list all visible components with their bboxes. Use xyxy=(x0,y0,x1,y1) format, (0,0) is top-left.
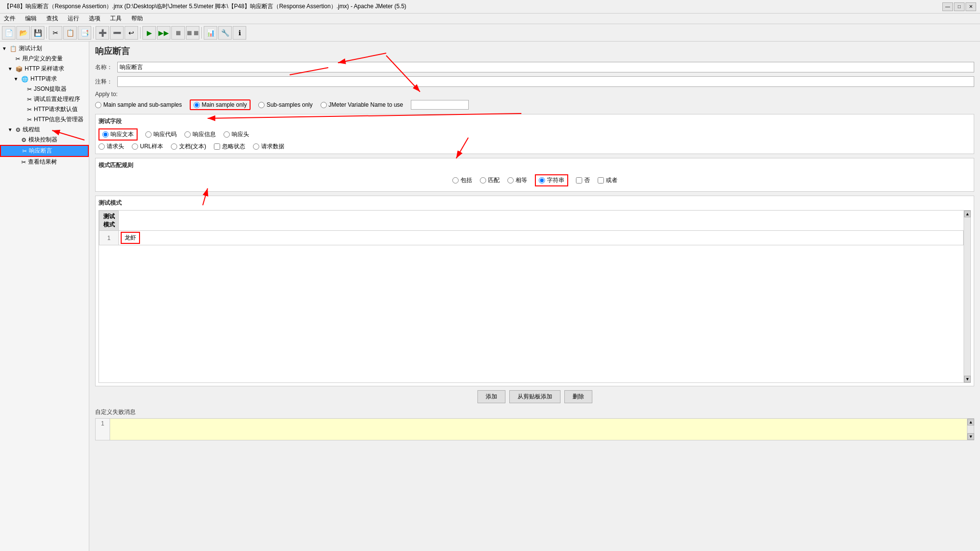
delete-button[interactable]: 删除 xyxy=(564,390,592,403)
scroll-down-btn[interactable]: ▼ xyxy=(964,376,971,382)
rule-or[interactable]: 或者 xyxy=(598,176,617,184)
toolbar-stop[interactable]: ⏹ xyxy=(171,26,185,40)
expand-http-request[interactable]: ▼ xyxy=(14,76,19,82)
jmeter-var-input[interactable] xyxy=(411,100,469,110)
rule-not[interactable]: 否 xyxy=(576,176,590,184)
apply-sub-only[interactable]: Sub-samples only xyxy=(258,101,312,108)
radio-resp-header[interactable] xyxy=(224,131,230,138)
expand-http-sample[interactable]: ▼ xyxy=(8,66,14,71)
radio-req-header[interactable] xyxy=(98,143,105,150)
radio-main-only[interactable] xyxy=(194,102,200,108)
thread-group-icon: ⚙ xyxy=(15,127,21,133)
tree-item-http-headers[interactable]: ✂ HTTP信息头管理器 xyxy=(0,114,89,125)
close-button[interactable]: ✕ xyxy=(966,2,976,11)
menu-file[interactable]: 文件 xyxy=(2,14,17,24)
custom-fail-scroll-up[interactable]: ▲ xyxy=(967,419,974,425)
toolbar-run[interactable]: ▶ xyxy=(142,26,156,40)
rule-contains[interactable]: 包括 xyxy=(452,176,472,184)
contains-label: 包括 xyxy=(461,176,472,184)
radio-resp-code[interactable] xyxy=(145,131,152,138)
cb-or[interactable] xyxy=(598,177,604,184)
toolbar-open[interactable]: 📂 xyxy=(16,26,30,40)
toolbar-new[interactable]: 📄 xyxy=(2,26,15,40)
tree-item-post-processor[interactable]: ✂ 调试后置处理程序 xyxy=(0,94,89,104)
http-request-icon: 🌐 xyxy=(21,76,28,83)
tree-item-response-assert[interactable]: ✂ 响应断言 xyxy=(0,145,89,157)
field-resp-header[interactable]: 响应头 xyxy=(224,128,249,141)
json-extractor-icon: ✂ xyxy=(27,86,32,93)
menu-help[interactable]: 帮助 xyxy=(129,14,145,24)
tree-item-thread-group[interactable]: ▼ ⚙ 线程组 xyxy=(0,125,89,135)
menu-edit[interactable]: 编辑 xyxy=(23,14,39,24)
radio-resp-text[interactable] xyxy=(102,131,109,138)
custom-fail-input[interactable] xyxy=(110,419,967,440)
toolbar-chart[interactable]: 📊 xyxy=(204,26,217,40)
field-ignore-status[interactable]: 忽略状态 xyxy=(214,142,245,151)
toolbar-stop-all[interactable]: ⏹⏹ xyxy=(186,26,199,40)
tree-item-test-plan[interactable]: ▼ 📋 测试计划 xyxy=(0,43,89,54)
menu-tools[interactable]: 工具 xyxy=(108,14,124,24)
toolbar-run-thread[interactable]: ▶▶ xyxy=(157,26,170,40)
tree-item-http-sample[interactable]: ▼ 📦 HTTP 采样请求 xyxy=(0,64,89,74)
expand-thread[interactable]: ▼ xyxy=(8,127,14,132)
toolbar-undo[interactable]: ↩ xyxy=(125,26,138,40)
radio-req-data[interactable] xyxy=(253,143,259,150)
test-field-title: 测试字段 xyxy=(98,117,971,126)
radio-doc-text[interactable] xyxy=(171,143,177,150)
toolbar-save[interactable]: 💾 xyxy=(31,26,44,40)
radio-url-sample[interactable] xyxy=(132,143,138,150)
rule-equals[interactable]: 相等 xyxy=(507,176,527,184)
radio-main-and-sub[interactable] xyxy=(95,102,101,108)
menu-search[interactable]: 查找 xyxy=(44,14,60,24)
resp-msg-label: 响应信息 xyxy=(193,130,216,139)
radio-resp-msg[interactable] xyxy=(184,131,191,138)
tree-item-user-vars[interactable]: ✂ 用户定义的变量 xyxy=(0,54,89,64)
name-input[interactable] xyxy=(117,62,974,72)
tree-item-json-extractor[interactable]: ✂ JSON提取器 xyxy=(0,84,89,94)
radio-contains[interactable] xyxy=(452,177,459,184)
toolbar-cut[interactable]: ✂ xyxy=(49,26,62,40)
toolbar-jmeter-props[interactable]: 🔧 xyxy=(218,26,232,40)
field-doc-text[interactable]: 文档(文本) xyxy=(171,142,206,151)
tree-label-json-extractor: JSON提取器 xyxy=(34,85,67,93)
tree-item-module-ctrl[interactable]: ⚙ 模块控制器 xyxy=(0,135,89,145)
scroll-up-btn[interactable]: ▲ xyxy=(964,211,971,217)
rule-substring[interactable]: 字符串 xyxy=(535,174,568,186)
toolbar-remove[interactable]: ➖ xyxy=(110,26,124,40)
minimize-button[interactable]: — xyxy=(942,2,953,11)
field-url-sample[interactable]: URL样本 xyxy=(132,142,163,151)
radio-substring[interactable] xyxy=(539,177,545,184)
rule-matches[interactable]: 匹配 xyxy=(480,176,500,184)
cb-ignore-status[interactable] xyxy=(214,143,220,150)
field-resp-code[interactable]: 响应代码 xyxy=(145,128,177,141)
toolbar-copy[interactable]: 📋 xyxy=(63,26,77,40)
menu-run[interactable]: 运行 xyxy=(66,14,81,24)
expand-icon[interactable]: ▼ xyxy=(2,46,8,51)
field-req-data[interactable]: 请求数据 xyxy=(253,142,284,151)
apply-main-and-sub[interactable]: Main sample and sub-samples xyxy=(95,101,182,108)
maximize-button[interactable]: □ xyxy=(954,2,965,11)
tree-item-view-results[interactable]: ✂ 查看结果树 xyxy=(0,157,89,167)
add-from-clipboard-button[interactable]: 从剪贴板添加 xyxy=(509,390,560,403)
response-assert-icon: ✂ xyxy=(22,148,27,155)
user-vars-icon: ✂ xyxy=(15,56,20,62)
comment-input[interactable] xyxy=(117,76,974,87)
radio-equals[interactable] xyxy=(507,177,514,184)
field-resp-msg[interactable]: 响应信息 xyxy=(184,128,216,141)
toolbar-info[interactable]: ℹ xyxy=(233,26,246,40)
add-button[interactable]: 添加 xyxy=(477,390,505,403)
apply-jmeter-var[interactable]: JMeter Variable Name to use xyxy=(321,101,404,108)
radio-jmeter-var[interactable] xyxy=(321,102,327,108)
tree-item-http-request[interactable]: ▼ 🌐 HTTP请求 xyxy=(0,74,89,84)
radio-matches[interactable] xyxy=(480,177,486,184)
toolbar-add[interactable]: ➕ xyxy=(96,26,109,40)
menu-options[interactable]: 选项 xyxy=(87,14,102,24)
toolbar-paste[interactable]: 📑 xyxy=(78,26,91,40)
tree-item-http-default[interactable]: ✂ HTTP请求默认值 xyxy=(0,104,89,114)
apply-main-only[interactable]: Main sample only xyxy=(190,99,251,110)
cb-not[interactable] xyxy=(576,177,582,184)
field-req-header[interactable]: 请求头 xyxy=(98,142,124,151)
custom-fail-scroll-down[interactable]: ▼ xyxy=(967,433,974,440)
radio-sub-only[interactable] xyxy=(258,102,265,108)
field-resp-text[interactable]: 响应文本 xyxy=(98,128,138,141)
